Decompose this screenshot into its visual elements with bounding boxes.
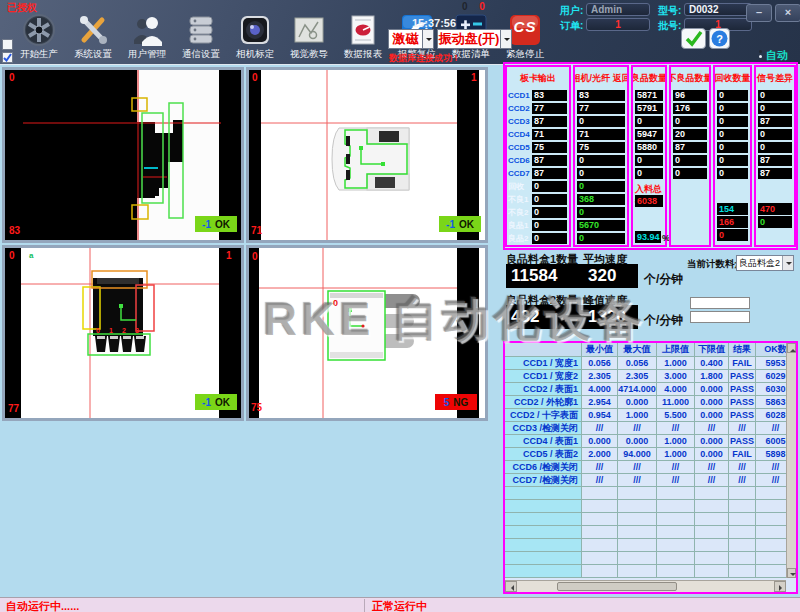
table-row[interactable]: CCD2 / 表面1 4.000 4714.000 4.000 0.000 PA… [505,383,796,396]
scroll-up-icon[interactable] [787,343,796,353]
table-row[interactable]: CCD7 /检测关闭 /// /// /// /// /// /// [505,474,796,487]
header-lower: 下限值 [695,343,729,357]
cell-min: 0.954 [582,409,618,422]
stat-row: 0 [715,154,750,167]
model-field[interactable]: D0032 [684,3,752,16]
column-board-output: 板卡输出 CCD1 83 CCD2 77 CCD3 87 CCD4 71 CCD… [505,65,571,247]
stat-row: 0 [575,154,627,167]
table-row[interactable]: CCD4 / 表面1 0.000 0.000 1.000 0.000 PASS … [505,435,796,448]
row-label: CCD7 [507,169,530,178]
value-box: 368 [577,194,625,205]
stat-row: 75 [575,141,627,154]
cell-result: /// [729,474,756,487]
camera2-image [249,70,485,240]
stat-row: 良品1 0 [507,219,569,232]
camera2-count-top: 0 [252,72,258,83]
current-box-select[interactable]: 良品料盒2 [736,255,794,271]
value-box: 0 [577,155,625,166]
user-field[interactable]: Admin [586,3,650,16]
cell-upper: 1.000 [657,435,695,448]
stat-row: 0 [756,89,794,102]
option-checkbox-unchecked[interactable] [2,39,13,50]
cell-lower: 0.000 [695,448,729,461]
value-box: 87 [532,155,567,166]
camera4-result-badge: 5 NG [435,394,477,410]
cell-name: CCD7 /检测关闭 [505,474,582,487]
stat-row: 0 [633,167,665,180]
cell-lower: 0.400 [695,357,729,370]
table-row[interactable]: CCD6 /检测关闭 /// /// /// /// /// /// [505,461,796,474]
stat-row: CCD4 71 [507,128,569,141]
cell-min: 0.056 [582,357,618,370]
vertical-scrollbar[interactable] [786,343,796,578]
toolbar-item-camera-calibration[interactable]: 相机标定 [228,13,282,61]
chevron-down-icon[interactable] [782,256,793,270]
vibrator-dropdown-icon[interactable] [500,29,512,49]
peak-speed-value: 1320 [583,305,638,329]
scroll-down-icon[interactable] [787,568,796,578]
toolbar-item-label: 数据报表 [344,48,382,61]
status-right: 正常运行中 [372,599,427,612]
cell-upper: /// [657,422,695,435]
order-field[interactable]: 1 [586,18,650,31]
value-box: 87 [673,142,707,153]
table-row[interactable]: CCD3 /检测关闭 /// /// /// /// /// /// [505,422,796,435]
column-good-count: 良品数量 5871 5791 0 5947 5880 0 0 入料总数 [631,65,667,247]
vibrator-button[interactable]: 振动盘(开) [437,29,501,49]
scroll-track[interactable] [517,581,774,592]
option-checkbox-checked[interactable] [2,52,13,63]
avg-speed-unit: 个/分钟 [644,271,683,288]
cell-max: 2.305 [618,370,657,383]
stat-row: 87 [756,167,794,180]
cell-result: /// [729,461,756,474]
value-box: 96 [673,90,707,101]
value-box: 0 [532,220,567,231]
cell-result: PASS [729,435,756,448]
table-row[interactable]: CCD1 / 宽度2 2.305 2.305 3.000 1.800 PASS … [505,370,796,383]
help-button[interactable]: ? [709,28,730,49]
cell-lower: /// [695,474,729,487]
toolbar-item-start-production[interactable]: 开始生产 [12,13,66,61]
toolbar-item-vision-teaching[interactable]: 视觉教导 [282,13,336,61]
table-row[interactable]: CCD1 / 宽度1 0.056 0.056 1.000 0.400 FAIL … [505,357,796,370]
cell-result: PASS [729,383,756,396]
horizontal-scrollbar[interactable] [505,580,786,592]
minimize-button[interactable]: – [746,4,772,22]
aux-input-2[interactable] [690,311,750,323]
scroll-thumb[interactable] [557,582,677,591]
stat-row: 0 [633,154,665,167]
confirm-button[interactable] [681,28,706,49]
stat-row: 20 [671,128,709,141]
header-result: 结果 [729,343,756,357]
camera4-count-top: 0 [252,251,258,262]
toolbar-item-data-report[interactable]: 数据报表 [336,13,390,61]
toolbar-item-comm-settings[interactable]: 通信设置 [174,13,228,61]
header-upper: 上限值 [657,343,695,357]
cell-lower: 1.800 [695,370,729,383]
svg-text:?: ? [716,33,723,45]
stat-row: 0 [715,102,750,115]
excite-dropdown-icon[interactable] [422,29,434,49]
cell-upper: 11.000 [657,396,695,409]
column-header: 不良品数量 [671,67,709,89]
aux-input-1[interactable] [690,297,750,309]
table-row[interactable]: CCD2 / 外轮廓1 2.954 0.000 11.000 0.000 PAS… [505,396,796,409]
vision-teaching-icon [292,13,326,47]
scroll-left-icon[interactable] [505,581,517,592]
close-button[interactable]: × [775,4,800,22]
column-rows: 83 77 0 71 75 0 0 0 368 0 [575,89,627,245]
value-box: 0 [758,103,792,114]
scroll-right-icon[interactable] [774,581,786,592]
table-row[interactable]: CCD2 / 十字表面 0.954 1.000 5.500 0.000 PASS… [505,409,796,422]
stat-row: 0 [575,167,627,180]
table-row[interactable]: CCD5 / 表面2 2.000 94.000 1.000 0.000 FAIL… [505,448,796,461]
camera1-image [5,70,241,240]
toolbar-item-user-management[interactable]: 用户管理 [120,13,174,61]
cell-upper: 5.500 [657,409,695,422]
row-label: 良品1 [507,220,530,231]
toolbar-item-system-settings[interactable]: 系统设置 [66,13,120,61]
excite-button[interactable]: 激磁 [388,29,423,49]
value-box: 71 [577,129,625,140]
value-box: 87 [758,168,792,179]
value-box: 0 [635,155,663,166]
